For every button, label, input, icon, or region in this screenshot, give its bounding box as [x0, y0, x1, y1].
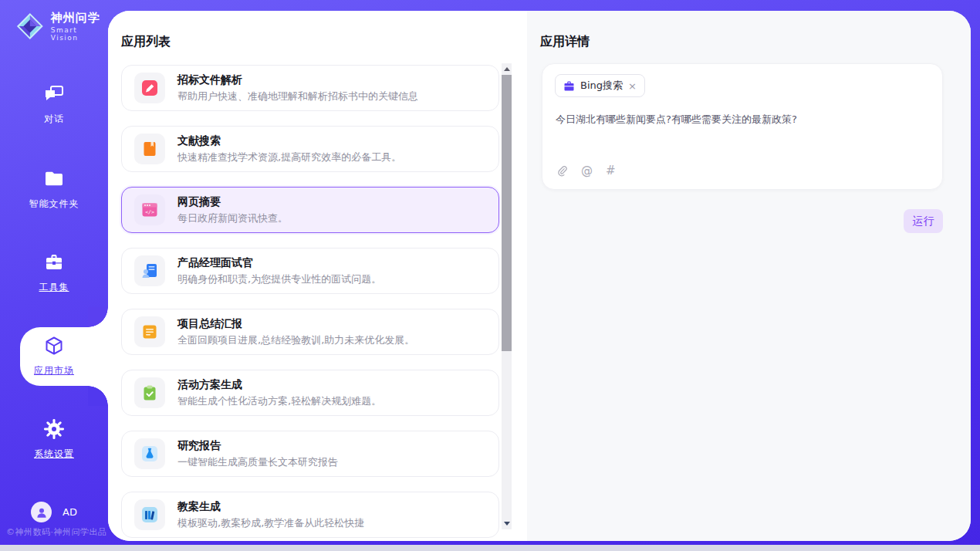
research-icon — [134, 438, 165, 469]
scroll-down-button[interactable] — [502, 518, 512, 529]
brand-name: 神州问学 — [51, 11, 108, 25]
scroll-up-button[interactable] — [502, 63, 512, 75]
app-card-desc: 一键智能生成高质量长文本研究报告 — [177, 455, 486, 469]
user-menu[interactable]: AD — [31, 502, 77, 522]
brand-subtitle: Smart Vision — [51, 26, 108, 42]
hash-icon[interactable]: # — [606, 164, 616, 177]
cube-icon — [43, 335, 65, 357]
pen-icon — [134, 73, 165, 103]
app-card-desc: 全面回顾项目进展,总结经验教训,助力未来优化发展。 — [177, 333, 486, 347]
app-card-event-plan[interactable]: 活动方案生成 智能生成个性化活动方案,轻松解决规划难题。 — [121, 370, 499, 416]
main-panel: 应用列表 招标文件解析 帮助用户快速、准确地理解和解析招标书中的关键信息 — [108, 11, 971, 541]
app-card-title: 产品经理面试官 — [177, 255, 486, 269]
book-icon — [134, 134, 165, 164]
list-scrollbar[interactable] — [502, 63, 512, 529]
note-icon — [134, 316, 165, 347]
app-list-title: 应用列表 — [121, 34, 171, 50]
attachment-icon[interactable] — [556, 164, 568, 177]
folder-icon — [43, 168, 65, 190]
sidebar-item-chat[interactable]: 对话 — [0, 83, 108, 126]
app-list-pane: 应用列表 招标文件解析 帮助用户快速、准确地理解和解析招标书中的关键信息 — [108, 11, 527, 541]
tool-tag-label: Bing搜索 — [580, 79, 623, 93]
sidebar-item-toolset[interactable]: 工具集 — [0, 252, 108, 294]
app-card-list: 招标文件解析 帮助用户快速、准确地理解和解析招标书中的关键信息 文献搜索 快速精… — [121, 65, 499, 541]
chat-icon — [43, 83, 65, 105]
sidebar-item-settings[interactable]: 系统设置 — [0, 418, 108, 461]
bottom-strip — [0, 545, 980, 551]
app-card-title: 活动方案生成 — [177, 377, 486, 391]
tool-tag-bing-search[interactable]: Bing搜索 × — [555, 74, 645, 97]
mention-icon[interactable]: @ — [581, 164, 593, 177]
app-card-title: 招标文件解析 — [177, 73, 486, 86]
books-icon — [134, 499, 165, 530]
app-card-desc: 明确身份和职责,为您提供专业性的面试问题。 — [177, 272, 486, 286]
app-card-desc: 每日政府新闻资讯快查。 — [177, 211, 486, 225]
composer-toolbar: @ # — [556, 164, 616, 177]
avatar — [31, 502, 52, 522]
sidebar-item-label: 应用市场 — [0, 364, 108, 377]
sidebar-item-label: 智能文件夹 — [0, 198, 108, 211]
app-card-web-summary[interactable]: </> 网页摘要 每日政府新闻资讯快查。 — [121, 187, 499, 233]
app-card-title: 项目总结汇报 — [177, 316, 486, 330]
interviewer-icon — [134, 255, 165, 286]
app-card-lesson-plan[interactable]: 教案生成 模板驱动,教案秒成,教学准备从此轻松快捷 — [121, 492, 499, 538]
close-icon[interactable]: × — [628, 81, 637, 91]
sidebar-item-smart-folders[interactable]: 智能文件夹 — [0, 168, 108, 211]
prompt-text[interactable]: 今日湖北有哪些新闻要点?有哪些需要关注的最新政策? — [556, 112, 930, 127]
app-card-desc: 帮助用户快速、准确地理解和解析招标书中的关键信息 — [177, 90, 486, 103]
app-card-bid-parse[interactable]: 招标文件解析 帮助用户快速、准确地理解和解析招标书中的关键信息 — [121, 65, 499, 111]
app-card-title: 网页摘要 — [177, 194, 486, 208]
sidebar-item-label: 对话 — [0, 113, 108, 126]
app-card-pm-interviewer[interactable]: 产品经理面试官 明确身份和职责,为您提供专业性的面试问题。 — [121, 248, 499, 294]
app-card-literature-search[interactable]: 文献搜索 快速精准查找学术资源,提高研究效率的必备工具。 — [121, 126, 499, 172]
sidebar-item-app-market[interactable]: 应用市场 — [0, 335, 108, 377]
app-card-desc: 智能生成个性化活动方案,轻松解决规划难题。 — [177, 394, 486, 408]
sidebar-item-label: 系统设置 — [0, 448, 108, 461]
sidebar: 神州问学 Smart Vision 对话 智能文件夹 工具集 — [0, 0, 108, 551]
web-browser-icon: </> — [134, 194, 165, 225]
user-initials: AD — [63, 506, 77, 518]
scrollbar-thumb[interactable] — [502, 75, 512, 351]
run-button[interactable]: 运行 — [904, 209, 943, 233]
toolbox-icon — [43, 252, 65, 273]
copyright-text: ©神州数码·神州问学出品 — [6, 526, 107, 538]
app-card-project-summary[interactable]: 项目总结汇报 全面回顾项目进展,总结经验教训,助力未来优化发展。 — [121, 309, 499, 355]
svg-text:</>: </> — [145, 209, 154, 215]
sidebar-item-label: 工具集 — [0, 281, 108, 294]
app-card-research-report[interactable]: 研究报告 一键智能生成高质量长文本研究报告 — [121, 431, 499, 477]
app-detail-title: 应用详情 — [540, 34, 590, 50]
app-detail-pane: 应用详情 Bing搜索 × 今日湖北有哪些新闻要点?有哪些需要关注的最新政策? … — [527, 11, 971, 541]
app-card-desc: 快速精准查找学术资源,提高研究效率的必备工具。 — [177, 150, 486, 164]
app-logo: 神州问学 Smart Vision — [15, 11, 108, 42]
app-card-desc: 模板驱动,教案秒成,教学准备从此轻松快捷 — [177, 516, 486, 530]
app-card-title: 研究报告 — [177, 438, 486, 452]
clipboard-icon — [134, 377, 165, 408]
logo-diamond-icon — [15, 12, 45, 41]
gear-icon — [43, 418, 65, 440]
prompt-composer-card: Bing搜索 × 今日湖北有哪些新闻要点?有哪些需要关注的最新政策? @ # — [542, 63, 943, 190]
briefcase-icon — [563, 80, 575, 92]
app-card-title: 文献搜索 — [177, 134, 486, 147]
app-card-title: 教案生成 — [177, 499, 486, 513]
